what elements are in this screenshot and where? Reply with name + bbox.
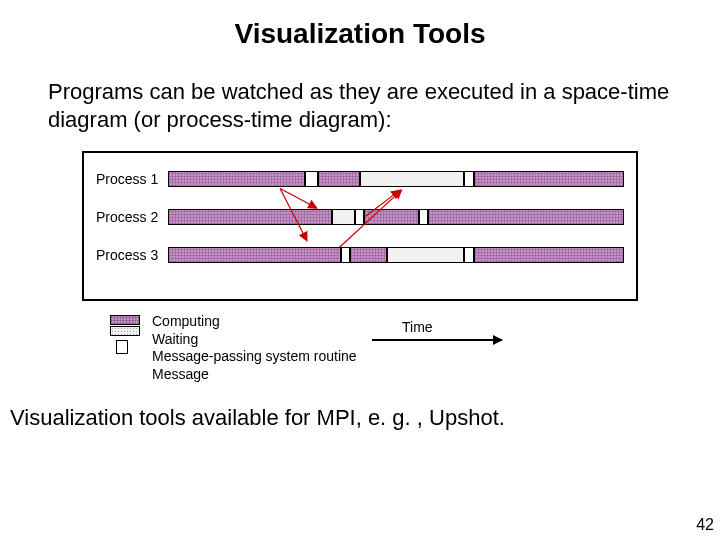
page-title: Visualization Tools [0, 0, 720, 50]
svg-line-0 [280, 189, 317, 209]
intro-text: Programs can be watched as they are exec… [0, 50, 720, 133]
footer-text: Visualization tools available for MPI, e… [0, 383, 720, 431]
legend-swatch-computing [110, 315, 140, 325]
legend-swatch-waiting [110, 326, 140, 336]
space-time-diagram: Process 1 Process 2 Process 3 [82, 151, 638, 301]
legend-swatch-system [116, 340, 128, 354]
process-row-2: Process 2 [96, 209, 624, 225]
legend-label-computing: Computing [152, 313, 638, 331]
legend-label-message: Message [152, 366, 638, 384]
page-number: 42 [696, 516, 714, 534]
timeline-bar [168, 209, 624, 225]
process-row-1: Process 1 [96, 171, 624, 187]
process-label: Process 2 [96, 209, 168, 225]
process-label: Process 3 [96, 247, 168, 263]
legend-label-system: Message-passing system routine [152, 348, 638, 366]
timeline-bar [168, 247, 624, 263]
process-label: Process 1 [96, 171, 168, 187]
time-axis-label: Time [402, 319, 433, 335]
timeline-bar [168, 171, 624, 187]
message-arrows [170, 171, 602, 281]
time-arrow-icon [372, 339, 502, 341]
process-row-3: Process 3 [96, 247, 624, 263]
legend: Computing Waiting Message-passing system… [82, 313, 638, 383]
